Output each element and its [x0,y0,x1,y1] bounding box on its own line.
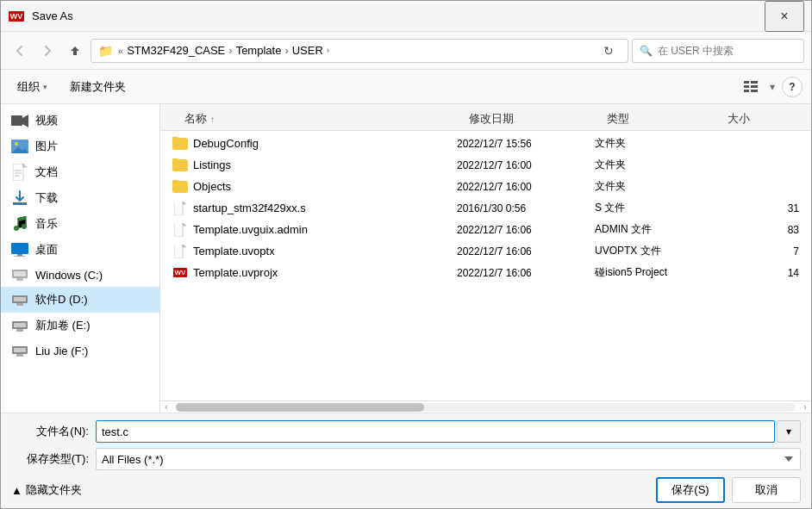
filename-label: 文件名(N): [11,424,89,439]
svg-rect-35 [16,354,23,357]
svg-rect-0 [744,81,749,84]
sidebar-item-desktop[interactable]: 桌面 [1,237,159,263]
table-row[interactable]: Template.uvoptx 2022/12/7 16:06 UVOPTX 文… [160,240,811,262]
bottom-actions: ▲ 隐藏文件夹 保存(S) 取消 [11,477,801,503]
file-list-header: 名称 ↑ 修改日期 类型 大小 [160,104,811,131]
horizontal-scrollbar[interactable]: ‹ › [160,400,811,413]
help-button[interactable]: ? [782,77,803,97]
search-bar[interactable]: 🔍 [632,39,804,63]
filetype-row: 保存类型(T): All Files (*.*) [11,448,801,470]
desktop-icon [11,243,28,257]
svg-rect-2 [744,85,749,88]
back-button[interactable] [8,39,32,63]
table-row[interactable]: Listings 2022/12/7 16:00 文件夹 [160,154,811,176]
breadcrumb-dropdown-arrow[interactable]: › [327,46,329,55]
doc-file-icon [172,202,188,215]
svg-rect-32 [16,329,23,332]
sidebar-label-doc: 文档 [35,164,58,180]
sidebar-label-video: 视频 [35,113,58,128]
sidebar-item-drive-d[interactable]: 软件D (D:) [1,287,159,313]
save-button[interactable]: 保存(S) [656,477,725,503]
filetype-label: 保存类型(T): [11,451,89,467]
title-bar: WV Save As × [1,1,811,32]
svg-rect-37 [174,223,183,237]
breadcrumb-bar[interactable]: 📁 « STM32F429_CASE › Template › USER › ↻ [91,39,628,63]
hide-folders-arrow: ▲ [11,484,22,497]
sidebar-label-picture: 图片 [35,139,58,154]
organize-label: 组织 [17,79,40,95]
doc-file-icon [172,245,188,258]
col-header-size[interactable]: 大小 [722,108,804,130]
svg-rect-24 [14,271,26,276]
refresh-button[interactable]: ↻ [597,39,621,63]
search-input[interactable] [658,45,796,57]
filename-input[interactable] [96,420,775,443]
filename-dropdown-button[interactable]: ▾ [777,420,801,443]
breadcrumb-stm32[interactable]: STM32F429_CASE [127,44,225,57]
table-row[interactable]: Template.uvguix.admin 2022/12/7 16:06 AD… [160,219,811,240]
close-button[interactable]: × [765,1,804,32]
sidebar-label-music: 音乐 [35,216,58,232]
sidebar-label-desktop: 桌面 [35,242,58,258]
sort-arrow: ↑ [210,115,215,124]
app-icon: WV [8,8,25,25]
sidebar-item-video[interactable]: 视频 [1,108,159,133]
picture-icon [11,140,28,153]
cancel-button[interactable]: 取消 [732,477,801,503]
folder-icon [172,180,188,194]
sidebar-label-drive-d: 软件D (D:) [35,292,88,307]
main-area: 视频 图片 文档 下载 [1,104,811,413]
breadcrumb-separator: « [118,46,123,56]
sidebar-item-music[interactable]: 音乐 [1,211,159,237]
hide-folders-label: 隐藏文件夹 [26,482,82,498]
table-row[interactable]: startup_stm32f429xx.s 2016/1/30 0:56 S 文… [160,197,811,219]
col-header-type[interactable]: 类型 [602,108,722,130]
sidebar-item-doc[interactable]: 文档 [1,159,159,185]
folder-icon [172,137,188,151]
breadcrumb-sep2: › [284,44,288,57]
sidebar-item-drive-f[interactable]: Liu Jie (F:) [1,338,159,363]
breadcrumb-sep1: › [228,44,232,57]
sidebar: 视频 图片 文档 下载 [1,104,160,413]
action-bar: 组织 ▾ 新建文件夹 ▾ ? [1,70,811,104]
svg-rect-6 [11,115,22,126]
music-icon [11,217,28,231]
breadcrumb-template[interactable]: Template [236,44,282,57]
sidebar-item-download[interactable]: 下载 [1,185,159,211]
table-row[interactable]: WV Template.uvprojx 2022/12/7 16:06 碰isi… [160,262,811,283]
bottom-area: 文件名(N): ▾ 保存类型(T): All Files (*.*) ▲ 隐藏文… [1,413,811,508]
svg-rect-21 [17,254,22,256]
sidebar-label-windows-c: Windows (C:) [35,269,103,282]
svg-rect-36 [174,202,183,215]
forward-button[interactable] [35,39,59,63]
svg-rect-1 [751,81,758,84]
filetype-select[interactable]: All Files (*.*) [96,448,801,470]
drive-e-icon [11,319,28,332]
sidebar-item-drive-e[interactable]: 新加卷 (E:) [1,313,159,338]
svg-rect-31 [14,323,26,327]
col-header-date[interactable]: 修改日期 [464,108,602,130]
table-row[interactable]: Objects 2022/12/7 16:00 文件夹 [160,176,811,197]
col-header-name[interactable]: 名称 ↑ [179,108,464,130]
windows-drive-icon [11,268,28,282]
organize-button[interactable]: 组织 ▾ [9,75,55,99]
breadcrumb-user[interactable]: USER [292,44,323,57]
svg-rect-34 [14,348,26,352]
filename-row: 文件名(N): ▾ [11,420,801,443]
sidebar-label-drive-e: 新加卷 (E:) [35,318,91,333]
scrollbar-track[interactable] [176,403,796,412]
up-button[interactable] [63,39,87,63]
svg-rect-38 [174,245,183,258]
drive-f-icon [11,344,28,357]
window-title: Save As [32,9,765,22]
svg-rect-11 [13,164,23,181]
scrollbar-thumb[interactable] [176,403,424,412]
sidebar-item-picture[interactable]: 图片 [1,133,159,159]
sidebar-item-windows-c[interactable]: Windows (C:) [1,263,159,287]
table-row[interactable]: DebugConfig 2022/12/7 15:56 文件夹 [160,133,811,154]
svg-rect-3 [751,85,758,88]
hide-folders-toggle[interactable]: ▲ 隐藏文件夹 [11,482,82,498]
uvproj-icon: WV [172,266,188,280]
view-button[interactable] [739,75,763,99]
new-folder-button[interactable]: 新建文件夹 [62,75,134,99]
